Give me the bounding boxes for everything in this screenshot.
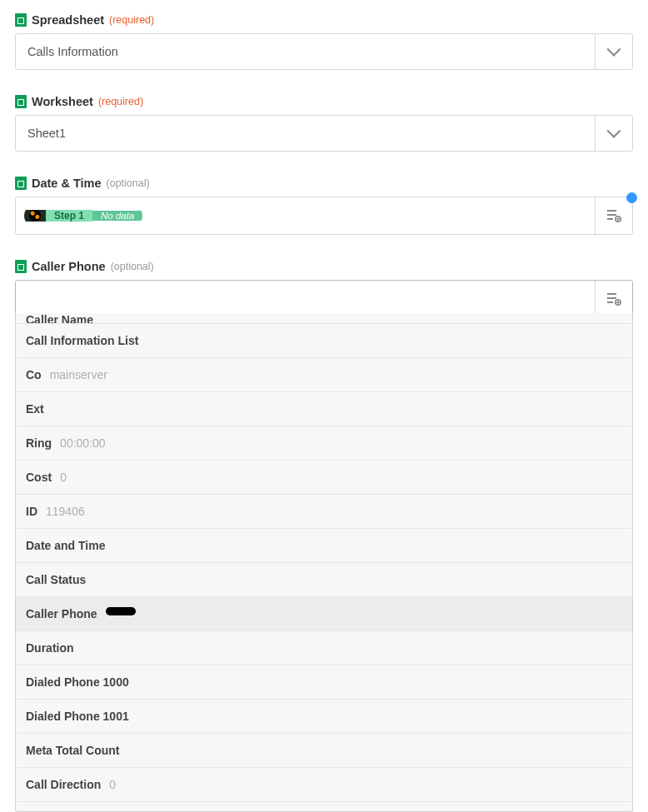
dropdown-item[interactable]: Call Direction0 xyxy=(16,768,632,802)
required-badge: (required) xyxy=(98,96,143,107)
pill-note: No data xyxy=(92,211,142,221)
dropdown-item[interactable]: Ring00:00:00 xyxy=(16,426,632,461)
field-label-row: Spreadsheet (required) xyxy=(15,13,633,27)
chevron-down-icon xyxy=(607,124,621,138)
dropdown-item[interactable]: Caller Phone xyxy=(16,597,632,631)
dropdown-item-value: mainserver xyxy=(50,368,107,381)
data-pill[interactable]: Step 1 No data xyxy=(24,205,142,227)
dropdown-item-key: Dialed Phone 1001 xyxy=(26,710,129,723)
dropdown-item[interactable]: Cost0 xyxy=(16,461,632,495)
field-caller-phone: Caller Phone (optional) xyxy=(15,260,633,318)
insert-data-button[interactable] xyxy=(596,197,632,234)
spreadsheet-icon xyxy=(15,260,27,273)
dropdown-item[interactable]: Caller Name xyxy=(16,313,632,324)
worksheet-select[interactable]: Sheet1 xyxy=(15,115,633,152)
dropdown-item[interactable]: Call Status xyxy=(16,563,632,597)
field-worksheet: Worksheet (required) Sheet1 xyxy=(15,95,633,152)
select-value: Calls Information xyxy=(16,34,596,69)
dropdown-item-key: Ext xyxy=(26,402,44,416)
pill-step-label: Step 1 xyxy=(46,210,92,222)
dropdown-item-key: ID xyxy=(26,505,37,518)
spreadsheet-icon xyxy=(15,95,27,108)
select-value: Sheet1 xyxy=(16,116,596,151)
redacted-value xyxy=(106,607,136,615)
data-field-dropdown: Caller NameCall Information ListComainse… xyxy=(15,313,633,812)
insert-data-icon xyxy=(606,292,621,306)
spreadsheet-select[interactable]: Calls Information xyxy=(15,33,633,70)
input-area[interactable]: Step 1 No data xyxy=(16,197,596,234)
dropdown-item[interactable]: Duration xyxy=(16,631,632,665)
chevron-down-icon xyxy=(607,42,621,57)
dropdown-item[interactable]: Dialed Phone 1000 xyxy=(16,665,632,700)
dropdown-item-key: Duration xyxy=(26,641,74,655)
field-label: Caller Phone xyxy=(32,260,106,273)
dropdown-item-key: Ring xyxy=(26,436,52,450)
dropdown-item-key: Cost xyxy=(26,471,52,484)
field-label: Spreadsheet xyxy=(32,13,104,27)
dropdown-item-key: Dialed Phone 1000 xyxy=(26,675,129,689)
dropdown-item-value: 0 xyxy=(60,471,67,484)
field-label: Worksheet xyxy=(32,95,93,108)
dropdown-item-key: Co xyxy=(26,368,42,381)
required-badge: (required) xyxy=(109,14,154,26)
dropdown-item-key: Meta Total Count xyxy=(26,744,120,757)
field-date-time: Date & Time (optional) Step 1 No data xyxy=(15,177,633,235)
dropdown-item-key: Caller Phone xyxy=(26,607,97,620)
dropdown-item[interactable]: Meta Total Count xyxy=(16,734,632,768)
optional-badge: (optional) xyxy=(111,261,154,272)
dropdown-item-key: Call Direction xyxy=(26,778,101,791)
dropdown-item-value: 119406 xyxy=(46,505,85,518)
field-spreadsheet: Spreadsheet (required) Calls Information xyxy=(15,13,633,70)
insert-data-button[interactable] xyxy=(596,281,632,317)
optional-badge: (optional) xyxy=(107,177,150,189)
field-label-row: Caller Phone (optional) xyxy=(15,260,633,273)
dropdown-item[interactable]: Comainserver xyxy=(16,358,632,392)
spreadsheet-icon xyxy=(15,177,27,190)
dropdown-item[interactable]: Ext xyxy=(16,392,632,426)
dropdown-toggle[interactable] xyxy=(596,34,632,69)
field-label-row: Worksheet (required) xyxy=(15,95,633,108)
field-label-row: Date & Time (optional) xyxy=(15,177,633,190)
dropdown-toggle[interactable] xyxy=(596,116,632,151)
date-time-input[interactable]: Step 1 No data xyxy=(15,197,633,235)
dropdown-item[interactable]: Dialed Phone 1001 xyxy=(16,700,632,734)
dropdown-item-key: Date and Time xyxy=(26,539,105,552)
field-label: Date & Time xyxy=(32,177,102,190)
notification-dot-icon xyxy=(626,192,637,203)
pill-logo xyxy=(24,210,46,222)
spreadsheet-icon xyxy=(15,13,27,27)
input-area[interactable] xyxy=(16,281,596,317)
dropdown-item[interactable]: Date and Time xyxy=(16,529,632,563)
dropdown-list[interactable]: Caller NameCall Information ListComainse… xyxy=(16,313,632,811)
insert-data-icon xyxy=(606,209,621,222)
dropdown-item[interactable]: Call Information List xyxy=(16,324,632,358)
dropdown-item-key: Call Status xyxy=(26,573,86,586)
dropdown-item-value: 00:00:00 xyxy=(60,436,106,450)
dropdown-item-key: Call Information List xyxy=(26,334,138,347)
dropdown-item-value: 0 xyxy=(109,778,116,791)
dropdown-item[interactable]: ID119406 xyxy=(16,495,632,529)
app-icon xyxy=(29,210,41,222)
